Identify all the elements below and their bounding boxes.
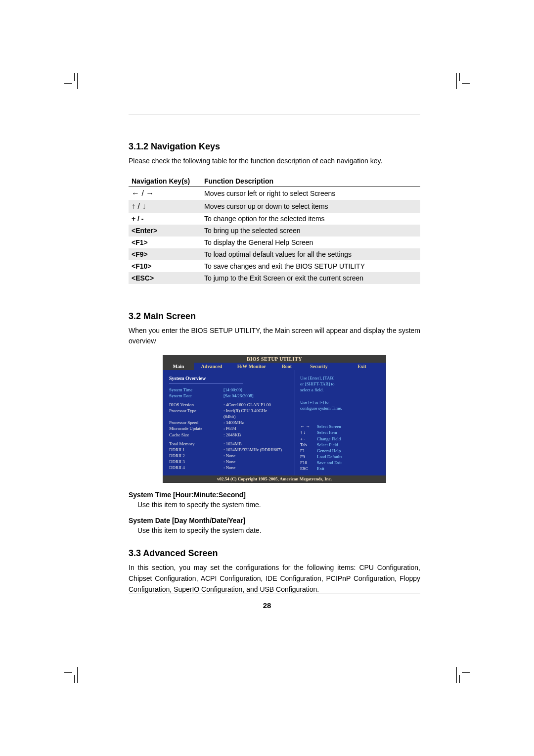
bios-row-value: : 2048KB	[223, 432, 291, 438]
intro-3-3: In this section, you may set the configu…	[129, 563, 420, 595]
table-row: <Enter>To bring up the selected screen	[129, 225, 420, 236]
bios-row: BIOS Version: 4Core1600-GLAN P1.00	[169, 402, 291, 408]
bottom-rule	[129, 594, 420, 594]
bios-row-label: Processor Speed	[169, 420, 223, 425]
nav-desc: Moves cursor left or right to select Scr…	[201, 187, 420, 200]
bios-tab-exit: Exit	[338, 363, 386, 370]
table-row: + / -To change option for the selected i…	[129, 213, 420, 225]
bios-help-line: Use [+] or [-] to	[300, 399, 382, 405]
nav-key: + / -	[129, 213, 201, 225]
bios-help-key-desc: Save and Exit	[317, 460, 382, 466]
page-number: 28	[0, 601, 534, 610]
bios-row-label	[169, 414, 223, 420]
bios-help-key-desc: Select Item	[317, 429, 382, 435]
bios-title: BIOS SETUP UTILITY	[163, 355, 386, 363]
table-row: ← / →Moves cursor left or right to selec…	[129, 187, 420, 200]
bios-help-key: ESC	[300, 466, 317, 472]
nav-key: <F10>	[129, 260, 201, 272]
table-row: <F10>To save changes and exit the BIOS S…	[129, 260, 420, 272]
bios-row-value: [Sat 04/26/2008]	[223, 393, 291, 399]
bios-row-value: : 4Core1600-GLAN P1.00	[223, 402, 291, 408]
intro-3-2: When you enter the BIOS SETUP UTILITY, t…	[129, 326, 420, 347]
nav-head-desc: Function Description	[201, 176, 420, 187]
heading-3-2: 3.2 Main Screen	[129, 311, 420, 322]
nav-head-key: Navigation Key(s)	[129, 176, 201, 187]
navigation-keys-table: Navigation Key(s) Function Description ←…	[129, 176, 420, 284]
bios-help-key: ↑ ↓	[300, 429, 317, 435]
bios-row-value: : None	[223, 465, 291, 471]
table-row: <F9>To load optimal default values for a…	[129, 248, 420, 260]
table-row: ↑ / ↓Moves cursor up or down to select i…	[129, 200, 420, 213]
nav-desc: To jump to the Exit Screen or exit the c…	[201, 272, 420, 284]
bios-help-key-row: + -Change Field	[300, 436, 382, 442]
bios-help-line	[300, 393, 382, 399]
bios-row: DDRII 4: None	[169, 465, 291, 471]
bios-help-key-row: F10Save and Exit	[300, 460, 382, 466]
table-row: <ESC>To jump to the Exit Screen or exit …	[129, 272, 420, 284]
bios-help-line: configure system Time.	[300, 405, 382, 411]
bios-help-key: ← →	[300, 424, 317, 429]
nav-desc: To save changes and exit the BIOS SETUP …	[201, 260, 420, 272]
bios-row-label: Microcode Update	[169, 425, 223, 431]
bios-row: DDRII 2: None	[169, 453, 291, 459]
bios-row-label: Cache Size	[169, 432, 223, 438]
top-rule	[129, 114, 420, 114]
table-row: <F1>To display the General Help Screen	[129, 236, 420, 248]
bios-help-key-row: F1General Help	[300, 448, 382, 454]
bios-row: System Time[14:00:09]	[169, 387, 291, 393]
heading-3-3: 3.3 Advanced Screen	[129, 548, 420, 559]
bios-help-key-desc: Change Field	[317, 436, 382, 442]
bios-help-key-row: TabSelect Field	[300, 442, 382, 448]
bios-row-value: : None	[223, 453, 291, 459]
bios-row-label: DDRII 2	[169, 453, 223, 459]
bios-help-key-row: ← →Select Screen	[300, 424, 382, 429]
system-date-desc: Use this item to specify the system date…	[137, 526, 420, 534]
bios-row-value: (64bit)	[223, 414, 291, 420]
page-content: 3.1.2 Navigation Keys Please check the f…	[129, 114, 420, 595]
bios-row: Processor Type: Intel(R) CPU 3.40GHz	[169, 408, 291, 414]
bios-row-value: [14:00:09]	[223, 387, 291, 393]
nav-key: <ESC>	[129, 272, 201, 284]
nav-desc: To display the General Help Screen	[201, 236, 420, 248]
bios-tab-hw: H/W Monitor	[229, 363, 274, 370]
bios-row: System Date[Sat 04/26/2008]	[169, 393, 291, 399]
nav-desc: To bring up the selected screen	[201, 225, 420, 236]
bios-row-value: : None	[223, 459, 291, 465]
nav-desc: Moves cursor up or down to select items	[201, 200, 420, 213]
bios-help-line: or [SHIFT-TAB] to	[300, 381, 382, 387]
bios-row: DDRII 1: 1024MB/333MHz (DDRII667)	[169, 447, 291, 453]
bios-help-key: + -	[300, 436, 317, 442]
intro-3-1-2: Please check the following table for the…	[129, 156, 420, 167]
bios-tab-boot: Boot	[274, 363, 300, 370]
arrow-icon: ↑ / ↓	[132, 202, 146, 210]
bios-help-key-desc: Select Field	[317, 442, 382, 448]
bios-help-key: F1	[300, 448, 317, 454]
system-date-head: System Date [Day Month/Date/Year]	[129, 517, 420, 524]
system-time-head: System Time [Hour:Minute:Second]	[129, 491, 420, 499]
bios-row-value: : 3400MHz	[223, 420, 291, 425]
bios-row-label: DDRII 4	[169, 465, 223, 471]
nav-key: <F9>	[129, 248, 201, 260]
bios-row-label: DDRII 1	[169, 447, 223, 453]
bios-help-key-desc: Load Defaults	[317, 454, 382, 460]
bios-help-key: Tab	[300, 442, 317, 448]
bios-help-line: Use [Enter], [TAB]	[300, 375, 382, 381]
bios-overview-label: System Overview	[169, 375, 291, 382]
bios-help-key-row: ↑ ↓Select Item	[300, 429, 382, 435]
bios-footer: v02.54 (C) Copyright 1985-2005, American…	[163, 475, 386, 482]
bios-row-label: Total Memory	[169, 441, 223, 447]
bios-help-key-row: ESCExit	[300, 466, 382, 472]
bios-help-key-desc: Exit	[317, 466, 382, 472]
nav-key: ← / →	[129, 187, 201, 200]
bios-row: DDRII 3: None	[169, 459, 291, 465]
bios-help-key-row: F9Load Defaults	[300, 454, 382, 460]
bios-row-value: : F64/4	[223, 425, 291, 431]
bios-row-label: System Time	[169, 387, 223, 393]
bios-screenshot: BIOS SETUP UTILITY Main Advanced H/W Mon…	[163, 355, 386, 483]
bios-tab-security: Security	[300, 363, 338, 370]
bios-row-value: : 1024MB	[223, 441, 291, 447]
bios-row-label: DDRII 3	[169, 459, 223, 465]
bios-row-value: : 1024MB/333MHz (DDRII667)	[223, 447, 291, 453]
bios-left-panel: System Overview System Time[14:00:09]Sys…	[163, 370, 295, 475]
nav-key: <F1>	[129, 236, 201, 248]
